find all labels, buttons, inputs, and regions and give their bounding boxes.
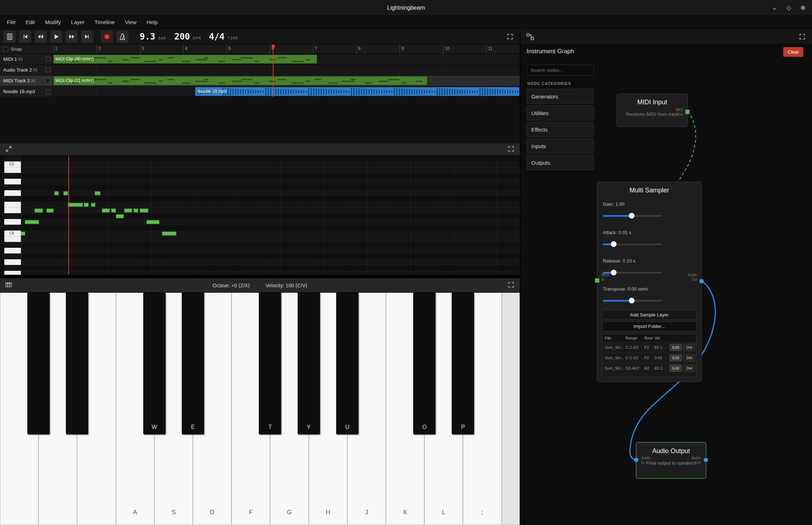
graph-fullscreen-button[interactable] <box>796 31 808 43</box>
midi-note[interactable] <box>102 209 110 213</box>
black-key-4[interactable]: T <box>259 293 281 434</box>
piano-roll-key-E4[interactable] <box>4 207 21 213</box>
track-lane[interactable]: Noodle 18.mp3 <box>53 86 520 97</box>
track-lane[interactable] <box>53 65 520 75</box>
track-header[interactable]: Audio Track 2[A] <box>0 65 53 75</box>
piano-roll-key-D#4[interactable] <box>4 213 21 219</box>
release-slider[interactable] <box>603 270 662 275</box>
black-key-3[interactable]: E <box>182 293 204 434</box>
piano-roll-key-C#4[interactable] <box>4 225 21 230</box>
timeline-playhead[interactable] <box>273 45 274 97</box>
midi-note[interactable] <box>84 203 89 207</box>
piano-roll-fit-button[interactable] <box>4 145 14 155</box>
midi-note[interactable] <box>124 209 132 213</box>
piano-roll-key-A#3[interactable] <box>4 242 21 248</box>
category-outputs[interactable]: Outputs <box>527 155 594 170</box>
piano-roll-key-C#5[interactable] <box>4 156 21 161</box>
sample-del-button[interactable]: Del <box>684 365 695 372</box>
midi-note[interactable] <box>63 191 68 195</box>
track-header[interactable]: MIDI 1[A] <box>0 54 53 64</box>
piano-roll-key-G4[interactable] <box>4 190 21 196</box>
menu-item-timeline[interactable]: Timeline <box>90 17 119 27</box>
category-effects[interactable]: Effects <box>527 122 594 137</box>
midi-in-port[interactable] <box>595 278 599 283</box>
slider-handle[interactable] <box>629 213 635 219</box>
play-button[interactable] <box>50 31 62 43</box>
transpose-slider[interactable] <box>603 298 662 303</box>
midi-note[interactable] <box>35 209 43 213</box>
track-header[interactable]: MIDI Track 2[A] <box>0 76 53 86</box>
piano-roll-key-D4[interactable] <box>4 219 21 225</box>
piano-roll-key-F3[interactable] <box>4 271 21 275</box>
skip-forward-button[interactable] <box>81 31 93 43</box>
midi-note[interactable] <box>134 209 138 213</box>
category-inputs[interactable]: Inputs <box>527 138 594 154</box>
piano-roll-key-G#3[interactable] <box>4 254 21 259</box>
track-lane[interactable]: MIDI Clip (21 notes) <box>53 76 520 86</box>
rewind-button[interactable] <box>35 31 47 43</box>
black-key-1[interactable] <box>66 293 88 434</box>
fast-forward-button[interactable] <box>66 31 78 43</box>
midi-note[interactable] <box>146 220 159 224</box>
time-signature-readout[interactable]: 4/4 <box>209 32 224 42</box>
audio-out-port[interactable] <box>704 458 708 462</box>
close-icon[interactable]: ⊗ <box>800 4 806 12</box>
midi-note[interactable] <box>116 214 124 218</box>
black-key-8[interactable]: P <box>452 293 474 434</box>
piano-roll-key-B3[interactable] <box>4 236 21 242</box>
piano-roll-grid[interactable] <box>21 156 520 275</box>
instrument-graph-canvas[interactable]: Instrument Graph Clear NODE CATEGORIES G… <box>520 45 812 525</box>
record-button[interactable] <box>101 31 113 43</box>
timeline-empty-area[interactable] <box>0 97 520 143</box>
midi-note[interactable] <box>140 209 148 213</box>
piano-roll-key-C4[interactable]: C4 <box>4 230 21 236</box>
media-library-button[interactable] <box>4 31 16 43</box>
midi-note[interactable] <box>25 220 39 224</box>
piano-roll-fullscreen-button[interactable] <box>506 145 516 155</box>
audio-in-port[interactable] <box>634 458 639 462</box>
track-checkbox[interactable] <box>46 57 50 61</box>
track-checkbox[interactable] <box>46 89 50 94</box>
sample-edit-button[interactable]: Edit <box>669 344 682 351</box>
minimize-icon[interactable]: ⌄ <box>772 4 777 12</box>
black-key-5[interactable]: Y <box>298 293 320 434</box>
node-multi-sampler[interactable]: Multi Sampler MIDI In Audio Out Add Samp… <box>597 182 702 382</box>
white-key-partial[interactable] <box>502 293 520 525</box>
black-key-2[interactable]: W <box>143 293 166 434</box>
piano-roll-key-A3[interactable] <box>4 248 21 254</box>
audio-clip[interactable]: Noodle 18.mp3 <box>195 87 519 96</box>
import-folder-button[interactable]: Import Folder... <box>602 321 696 331</box>
piano-roll-key-F#4[interactable] <box>4 196 21 202</box>
midi-note[interactable] <box>21 232 25 236</box>
piano-roll-key-A4[interactable] <box>4 179 21 184</box>
piano-roll-key-F#3[interactable] <box>4 265 21 271</box>
black-key-6[interactable]: U <box>336 293 358 434</box>
piano-roll-key-B4[interactable] <box>4 167 21 173</box>
node-audio-output[interactable]: Audio Output Final output to speakers Au… <box>636 442 706 479</box>
midi-note[interactable] <box>54 191 59 195</box>
piano-roll-key-C5[interactable]: C5 <box>4 161 21 167</box>
gain-slider[interactable] <box>603 213 662 219</box>
slider-handle[interactable] <box>611 241 617 247</box>
slider-handle[interactable] <box>629 298 635 303</box>
menu-item-edit[interactable]: Edit <box>21 17 40 27</box>
slider-handle[interactable] <box>611 270 617 275</box>
midi-note[interactable] <box>46 209 54 213</box>
metronome-button[interactable] <box>116 31 128 43</box>
piano-roll-playhead[interactable] <box>68 156 69 275</box>
timeline-fullscreen-button[interactable] <box>504 31 516 43</box>
attack-slider[interactable] <box>603 241 662 247</box>
menu-item-help[interactable]: Help <box>142 17 162 27</box>
piano-roll-key-G#4[interactable] <box>4 184 21 190</box>
add-sample-layer-button[interactable]: Add Sample Layer <box>602 310 696 320</box>
midi-clip[interactable]: MIDI Clip (21 notes) <box>53 76 427 85</box>
midi-clip[interactable]: MIDI Clip (40 notes) <box>53 55 317 64</box>
midi-note[interactable] <box>95 191 100 195</box>
graph-view-button[interactable] <box>524 31 536 43</box>
track-lane[interactable]: MIDI Clip (40 notes) <box>53 54 520 64</box>
midi-out-port[interactable] <box>685 110 690 114</box>
audio-out-port[interactable] <box>699 279 704 283</box>
midi-note[interactable] <box>91 203 95 207</box>
keyboard-fullscreen-button[interactable] <box>506 280 516 291</box>
snap-checkbox[interactable] <box>3 47 8 52</box>
